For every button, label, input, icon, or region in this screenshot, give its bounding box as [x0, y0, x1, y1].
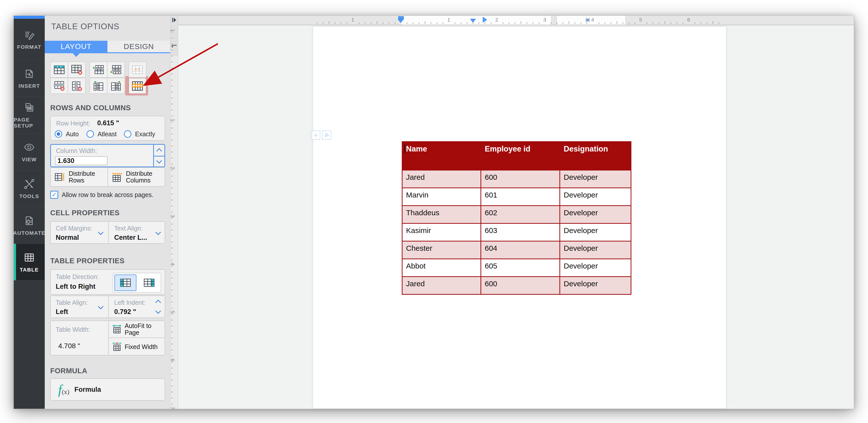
tab-stop-marker[interactable] — [483, 17, 487, 23]
formula-label: Formula — [74, 386, 101, 393]
table-menu-button[interactable] — [322, 130, 331, 140]
table-cell[interactable]: Jared — [402, 277, 481, 295]
table-direction-box: Table Direction: Left to Right — [50, 269, 165, 295]
table-cell[interactable]: 604 — [481, 241, 560, 259]
table-cell[interactable]: 600 — [481, 170, 560, 188]
tab-selector[interactable] — [170, 16, 178, 24]
insert-column-left-icon[interactable] — [90, 78, 107, 93]
table-row: Jared600Developer — [402, 277, 631, 295]
icon-group-table — [50, 61, 86, 78]
allow-break-checkbox-row[interactable]: ✓ Allow row to break across pages. — [50, 191, 153, 199]
vertical-ruler[interactable]: 11234567 — [170, 25, 178, 409]
table-header-cell[interactable]: Designation — [560, 142, 631, 170]
table-width-box: Table Width: 4.708 " AutoFit to Page Fix… — [50, 321, 165, 356]
table-header-cell[interactable]: Name — [402, 142, 481, 170]
indent-spin-down[interactable] — [155, 308, 161, 314]
distribute-rows-button[interactable]: Distribute Rows — [51, 168, 108, 186]
text-align-value: Center L... — [114, 234, 147, 242]
table-cell[interactable]: 602 — [481, 206, 560, 223]
sidebar-item-page-setup[interactable]: PAGE SETUP — [14, 97, 45, 133]
table-cell[interactable]: Marvin — [402, 188, 481, 206]
table-direction-label: Table Direction: — [56, 273, 99, 280]
tab-design[interactable]: DESIGN — [107, 41, 170, 52]
autofit-page-button[interactable]: AutoFit to Page — [109, 321, 165, 338]
distribute-rows-icon — [55, 172, 65, 182]
insert-column-right-icon[interactable] — [107, 78, 124, 93]
delete-table-icon[interactable] — [68, 62, 85, 77]
table-row: Thaddeus602Developer — [402, 206, 631, 223]
table-align-dropdown[interactable]: Table Align: Left — [51, 296, 108, 318]
direction-ltr-button[interactable] — [115, 274, 136, 291]
text-align-dropdown[interactable]: Text Align: Center L... — [109, 222, 165, 243]
formula-button[interactable]: f(x) Formula — [50, 378, 165, 401]
indent-spin-up[interactable] — [155, 300, 161, 305]
employee-table[interactable]: NameEmployee idDesignation Jared600Devel… — [402, 141, 631, 295]
table-cell[interactable]: Developer — [560, 241, 631, 259]
sidebar-item-automate[interactable]: AUTOMATE — [14, 207, 45, 244]
sidebar-item-table[interactable]: TABLE — [14, 244, 45, 280]
horizontal-ruler[interactable]: 1123456 — [170, 16, 854, 25]
table-row: Abbot605Developer — [402, 259, 631, 277]
tab-layout[interactable]: LAYOUT — [45, 41, 107, 52]
table-cell[interactable]: Thaddeus — [402, 206, 481, 223]
delete-column-icon[interactable] — [68, 78, 85, 93]
direction-rtl-button[interactable] — [139, 275, 160, 291]
table-cell[interactable]: Kasimir — [402, 223, 481, 241]
table-cell[interactable]: 600 — [481, 277, 560, 295]
left-indent-marker[interactable] — [398, 16, 404, 24]
icon-group-delete — [50, 78, 86, 94]
distribute-box: Distribute Rows Distribute Columns — [50, 167, 165, 187]
table-cell[interactable]: Jared — [402, 170, 481, 188]
chevron-down-icon — [156, 158, 162, 163]
sidebar-item-insert[interactable]: INSERT — [14, 60, 45, 97]
column-width-spin-up[interactable] — [154, 145, 164, 156]
chevron-up-icon — [156, 148, 162, 154]
column-boundary-marker[interactable] — [585, 17, 590, 23]
document-page[interactable]: NameEmployee idDesignation Jared600Devel… — [313, 27, 726, 409]
table-align-value: Left — [56, 308, 68, 316]
insert-row-below-icon[interactable] — [107, 62, 124, 77]
tab-type-icon — [172, 17, 177, 23]
table-cell[interactable]: Developer — [560, 188, 631, 206]
row-height-radio-atleast[interactable]: Atleast — [87, 130, 117, 138]
table-cell[interactable]: Developer — [560, 170, 631, 188]
table-header-cell[interactable]: Employee id — [481, 142, 560, 170]
view-icon — [23, 141, 35, 153]
sidebar-item-label: VIEW — [22, 156, 37, 162]
table-cell[interactable]: 605 — [481, 259, 560, 277]
row-height-radio-exactly[interactable]: Exactly — [124, 130, 155, 138]
table-cell[interactable]: 601 — [481, 188, 560, 206]
cell-margins-dropdown[interactable]: Cell Margins: Normal — [51, 222, 108, 243]
table-row: Kasimir603Developer — [402, 223, 631, 241]
sidebar-item-tools[interactable]: TOOLS — [14, 170, 45, 207]
table-cell[interactable]: 603 — [481, 223, 560, 241]
table-cell[interactable]: Abbot — [402, 259, 481, 277]
distribute-columns-icon — [112, 172, 122, 182]
column-width-spin-down[interactable] — [154, 156, 164, 167]
icon-group-row-insert — [89, 61, 125, 78]
fixed-width-button[interactable]: Fixed Width — [109, 339, 165, 355]
column-width-input[interactable] — [55, 156, 107, 165]
radio-selected-icon — [55, 130, 62, 138]
highlight-row-icon[interactable] — [129, 78, 146, 93]
table-direction-value: Left to Right — [56, 283, 95, 291]
sidebar-item-format[interactable]: FORMAT — [14, 19, 45, 60]
table-cell[interactable]: Chester — [402, 241, 481, 259]
insert-row-above-icon[interactable] — [90, 62, 107, 77]
tools-icon — [23, 178, 35, 190]
sidebar-item-view[interactable]: VIEW — [14, 133, 45, 170]
delete-row-icon[interactable] — [51, 78, 68, 93]
table-cell[interactable]: Developer — [560, 277, 631, 295]
add-row-button[interactable] — [311, 130, 320, 140]
tab-active-notch — [73, 53, 80, 57]
table-cell[interactable]: Developer — [560, 223, 631, 241]
row-height-radio-auto[interactable]: Auto — [55, 130, 79, 138]
table-cell[interactable]: Developer — [560, 259, 631, 277]
insert-table-icon[interactable] — [51, 62, 68, 77]
table-cell[interactable]: Developer — [560, 206, 631, 223]
table-rtl-icon — [144, 278, 155, 287]
document-area: 1123456 11234567 Na — [170, 16, 854, 409]
first-line-indent-marker[interactable] — [470, 19, 476, 23]
distribute-columns-button[interactable]: Distribute Columns — [108, 168, 165, 186]
sidebar: FORMAT INSERT PAGE SETUP VIEW TO — [14, 16, 45, 409]
